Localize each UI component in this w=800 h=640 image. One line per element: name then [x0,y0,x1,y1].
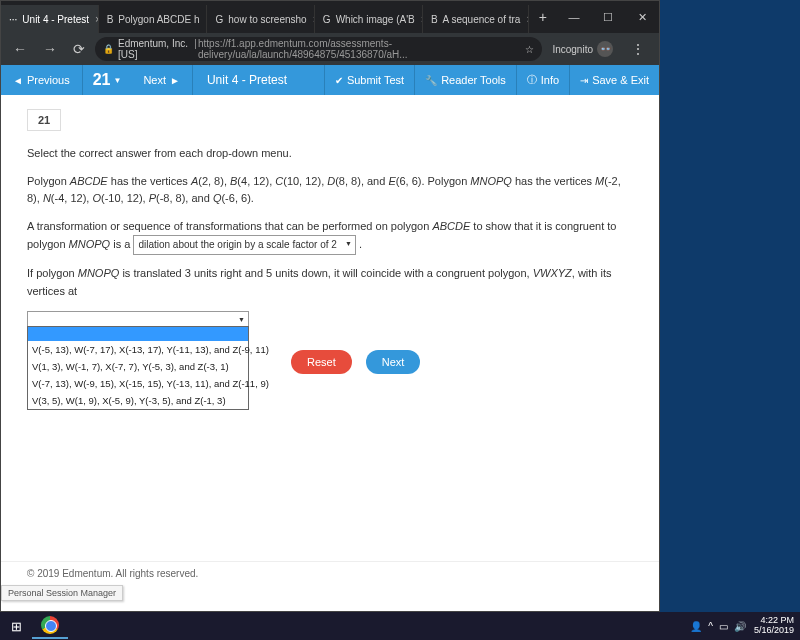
save-exit-button[interactable]: ⇥Save & Exit [569,65,659,95]
session-manager-tooltip: Personal Session Manager [1,585,123,601]
reset-button[interactable]: Reset [291,350,352,374]
app-header: ◄Previous 21▼ Next► Unit 4 - Pretest ✔Su… [1,65,659,95]
info-button[interactable]: ⓘInfo [516,65,569,95]
save-label: Save & Exit [592,74,649,86]
chevron-right-icon: ► [170,75,180,86]
start-button[interactable]: ⊞ [0,612,32,640]
previous-button[interactable]: ◄Previous [1,65,83,95]
next-button[interactable]: Next► [131,65,193,95]
tab-icon: G [215,14,223,25]
tools-label: Reader Tools [441,74,506,86]
clock-date: 5/16/2019 [754,626,794,636]
tray-people-icon[interactable]: 👤 [690,621,702,632]
incognito-badge: Incognito 👓 [546,41,619,57]
browser-tab-0[interactable]: ···Unit 4 - Pretest× [1,5,99,33]
dropdown-option-2[interactable]: V(1, 3), W(-1, 7), X(-7, 7), Y(-5, 3), a… [28,358,248,375]
footer-copyright: © 2019 Edmentum. All rights reserved. [1,561,659,585]
next-label: Next [143,74,166,86]
back-button[interactable]: ← [7,37,33,61]
tab-icon: G [323,14,331,25]
minimize-button[interactable]: — [557,3,591,31]
url-path-text: https://f1.app.edmentum.com/assessments-… [198,38,519,60]
browser-title-bar: ···Unit 4 - Pretest× BPolygon ABCDE h× G… [1,1,659,33]
question-content: 21 Select the correct answer from each d… [1,95,659,585]
dropdown-option-1[interactable]: V(-5, 13), W(-7, 17), X(-13, 17), Y(-11,… [28,341,248,358]
check-icon: ✔ [335,75,343,86]
close-window-button[interactable]: ✕ [625,3,659,31]
tab-title: Unit 4 - Pretest [22,14,89,25]
maximize-button[interactable]: ☐ [591,3,625,31]
browser-tab-4[interactable]: BA sequence of tra× [423,5,529,33]
tray-volume-icon[interactable]: 🔊 [734,621,746,632]
tab-title: how to screensho [228,14,306,25]
wrench-icon: 🔧 [425,75,437,86]
tab-icon: ··· [9,14,17,25]
prev-label: Previous [27,74,70,86]
browser-tab-1[interactable]: BPolygon ABCDE h× [99,5,208,33]
question-body-2: A transformation or sequence of transfor… [27,218,633,256]
incognito-icon: 👓 [597,41,613,57]
dropdown-option-4[interactable]: V(3, 5), W(1, 9), X(-5, 9), Y(-3, 5), an… [28,392,248,409]
info-label: Info [541,74,559,86]
question-prompt: Select the correct answer from each drop… [27,145,633,163]
dropdown-vertices-selected[interactable] [27,311,249,327]
chrome-icon [41,616,59,634]
bookmark-icon[interactable]: ☆ [525,44,534,55]
tab-icon: B [431,14,438,25]
next-question-button[interactable]: Next [366,350,421,374]
tray-network-icon[interactable]: ▭ [719,621,728,632]
address-bar[interactable]: 🔒 Edmentum, Inc. [US] | https://f1.app.e… [95,37,542,61]
new-tab-button[interactable]: + [529,9,557,25]
tab-title: A sequence of tra [443,14,521,25]
tab-title: Polygon ABCDE h [118,14,199,25]
tab-icon: B [107,14,114,25]
browser-tab-2[interactable]: Ghow to screensho× [207,5,314,33]
forward-button[interactable]: → [37,37,63,61]
question-number-box: 21 [27,109,61,131]
chevron-left-icon: ◄ [13,75,23,86]
dropdown-option-0[interactable] [28,327,248,341]
submit-test-button[interactable]: ✔Submit Test [324,65,414,95]
tab-title: Which image (A'B [336,14,415,25]
question-body-3: If polygon MNOPQ is translated 3 units r… [27,265,633,300]
browser-tab-3[interactable]: GWhich image (A'B× [315,5,423,33]
dropdown-vertices-list: V(-5, 13), W(-7, 17), X(-13, 17), Y(-11,… [27,326,249,411]
reader-tools-button[interactable]: 🔧Reader Tools [414,65,516,95]
info-icon: ⓘ [527,73,537,87]
incognito-label: Incognito [552,44,593,55]
chevron-down-icon: ▼ [114,76,122,85]
lock-icon: 🔒 [103,44,114,54]
reload-button[interactable]: ⟳ [67,37,91,61]
url-host: Edmentum, Inc. [US] [118,38,191,60]
dropdown-transformation[interactable]: dilation about the origin by a scale fac… [133,235,355,255]
browser-menu-button[interactable]: ⋮ [623,41,653,57]
page-title: Unit 4 - Pretest [193,73,301,87]
windows-taskbar: ⊞ 👤 ^ ▭ 🔊 4:22 PM 5/16/2019 [0,612,800,640]
submit-label: Submit Test [347,74,404,86]
dropdown-option-3[interactable]: V(-7, 13), W(-9, 15), X(-15, 15), Y(-13,… [28,375,248,392]
taskbar-clock[interactable]: 4:22 PM 5/16/2019 [754,616,794,636]
tray-up-icon[interactable]: ^ [708,621,713,632]
exit-icon: ⇥ [580,75,588,86]
question-number-dropdown[interactable]: 21▼ [83,71,132,89]
browser-nav-bar: ← → ⟳ 🔒 Edmentum, Inc. [US] | https://f1… [1,33,659,65]
system-tray: 👤 ^ ▭ 🔊 4:22 PM 5/16/2019 [690,616,800,636]
qnum-label: 21 [93,71,111,89]
question-body-1: Polygon ABCDE has the vertices A(2, 8), … [27,173,633,208]
taskbar-chrome[interactable] [32,613,68,639]
dropdown-vertices[interactable]: V(-5, 13), W(-7, 17), X(-13, 17), Y(-11,… [27,311,249,327]
